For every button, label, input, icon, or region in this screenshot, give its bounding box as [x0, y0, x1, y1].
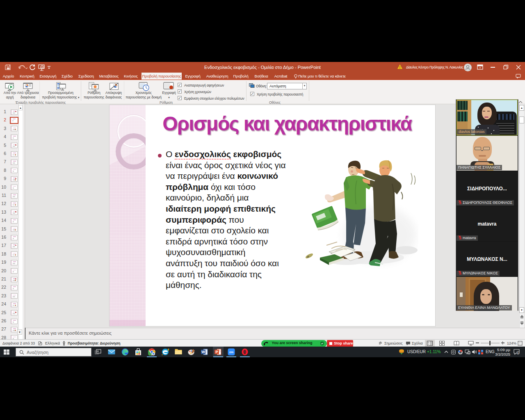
svg-text:zm: zm	[229, 350, 234, 354]
svg-text:!: !	[399, 65, 401, 69]
svg-text:W: W	[201, 350, 205, 354]
svg-text:6: 6	[517, 352, 519, 354]
svg-text:P: P	[215, 350, 218, 354]
